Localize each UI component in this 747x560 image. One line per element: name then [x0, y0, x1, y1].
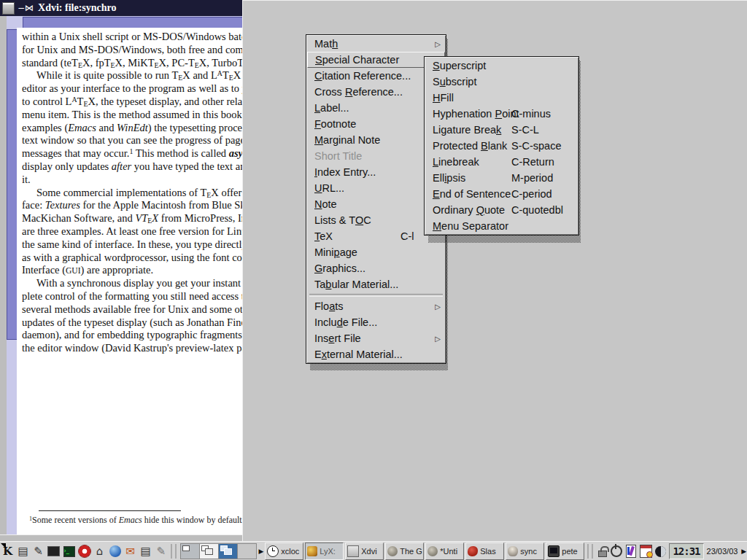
task-synchro[interactable]: sync — [506, 542, 544, 560]
xdvi-text-line: messages that may occur.1 This method is… — [22, 147, 242, 160]
footnote-rule — [39, 510, 181, 511]
logout-power-icon[interactable] — [611, 544, 622, 559]
window-list-icon[interactable]: ▤ — [16, 543, 30, 559]
ic-gnu — [427, 546, 438, 556]
editor-pen-icon[interactable]: ✎ — [154, 543, 168, 559]
xdvi-text-line: While it is quite possible to run TEX an… — [22, 69, 242, 82]
xdvi-text-line: face: Textures for the Apple Macintosh f… — [22, 199, 242, 212]
terminal-icon[interactable]: ›_ — [62, 543, 76, 559]
moon-phase-icon[interactable] — [655, 544, 667, 559]
xdvi-text-line: for Unix and MS-DOS/Windows, both free a… — [22, 44, 242, 57]
xdvi-text-line: as with a graphical wordprocessor, using… — [22, 252, 242, 265]
task-lyx[interactable]: LyX: — [305, 542, 344, 560]
pager-desktop-3[interactable] — [219, 544, 238, 559]
special-char-item-end-of-sentence[interactable]: End of SentenceC-period — [425, 186, 578, 202]
xdvi-text-line: editor as your interface to the program … — [22, 82, 242, 96]
pager-desktop-2[interactable] — [200, 544, 219, 559]
special-char-item-superscript[interactable]: Superscript — [425, 58, 578, 74]
panel-grip[interactable] — [171, 544, 176, 559]
insert-menu-item-floats[interactable]: Floats▷ — [307, 298, 445, 314]
special-char-item-menu-separator[interactable]: Menu Separator — [425, 218, 578, 234]
ic-konsole — [548, 545, 560, 557]
task-xdvi[interactable]: Xdvi — [345, 542, 384, 560]
footnote-text: 1Some recent versions of Emacs hide this… — [22, 515, 242, 526]
ic-xdvi — [347, 545, 359, 557]
xdvi-window-title: Xdvi: file:synchro — [38, 2, 116, 14]
ic-gnu — [387, 546, 398, 556]
mail-icon[interactable]: ✉ — [123, 543, 137, 559]
xdvi-text-line: MacKichan Software, and VTEX from MicroP… — [22, 212, 242, 225]
insert-menu-item-math[interactable]: Math▷ — [307, 36, 445, 52]
xdvi-vscroll-thumb[interactable] — [7, 29, 18, 340]
klipper-icon[interactable] — [625, 544, 637, 559]
clock-applet[interactable]: 12:31 — [669, 543, 703, 559]
xdvi-window: −⋈ Xdvi: file:synchro within a Unix shel… — [0, 0, 242, 541]
panel-grip[interactable] — [587, 544, 592, 559]
special-char-item-linebreak[interactable]: LinebreakC-Return — [425, 154, 578, 170]
special-char-item-hfill[interactable]: HFill — [425, 90, 578, 106]
help-icon[interactable] — [77, 543, 91, 559]
desktop-icon[interactable] — [47, 543, 61, 559]
xdvi-pin-icon[interactable]: −⋈ — [18, 3, 34, 13]
home-icon[interactable]: ⌂ — [93, 543, 107, 559]
task-the-g[interactable]: The G — [385, 542, 424, 560]
special-char-item-protected-blank[interactable]: Protected BlankS-C-space — [425, 138, 578, 154]
knotes-icon[interactable]: ✎ — [31, 543, 45, 559]
xdvi-titlebar[interactable]: −⋈ Xdvi: file:synchro — [0, 0, 242, 17]
submenu-arrow-icon: ▷ — [435, 40, 441, 48]
insert-menu-item-include-file[interactable]: Include File... — [307, 314, 445, 330]
lock-icon[interactable] — [597, 544, 608, 559]
xdvi-text-line: With a synchronous display you get your … — [22, 277, 242, 290]
xdvi-text-line: within a Unix shell script or MS-DOS/Win… — [22, 31, 242, 44]
shortcut-label: C-l — [400, 230, 414, 242]
shortcut-label: C-Return — [511, 156, 554, 168]
insert-menu-item-external-material[interactable]: External Material... — [307, 346, 445, 362]
xdvi-text-line: menu item. This is the method assumed in… — [22, 109, 242, 122]
xdvi-text-line: daemon), and for embedding typographic f… — [22, 329, 242, 342]
xdvi-horizontal-scrollbar[interactable] — [7, 16, 242, 28]
desktop: −⋈ Xdvi: file:synchro within a Unix shel… — [0, 0, 747, 560]
xdvi-text-line: standard (teTEX, fpTEX, MiKTEX, PC-TEX, … — [22, 57, 242, 70]
task-label: Xdvi — [361, 547, 376, 556]
k-menu-button[interactable]: K — [1, 543, 15, 559]
insert-menu-item-graphics[interactable]: Graphics... — [307, 260, 445, 276]
task-konsole[interactable]: pete — [546, 542, 584, 560]
taskbar: K ▤ ✎ ›_ ⌂ ✉ ▤ ✎ ▶ xclocLyX:XdviThe G*Un… — [0, 541, 747, 560]
documents-icon[interactable]: ▤ — [139, 543, 152, 559]
clock-date[interactable]: 23/03/03 — [704, 547, 741, 556]
special-char-item-subscript[interactable]: Subscript — [425, 74, 578, 90]
xdvi-hscroll-thumb[interactable] — [23, 17, 243, 28]
panel-hide-arrow[interactable]: ▶ — [740, 543, 747, 559]
task-label: xcloc — [281, 547, 299, 556]
task-xclock[interactable]: xcloc — [265, 542, 303, 560]
submenu-arrow-icon: ▷ — [435, 335, 441, 343]
ic-xclock — [267, 545, 279, 557]
xdvi-text-line: examples (Emacs and WinEdt) the typesett… — [22, 122, 242, 135]
ic-lyx — [307, 546, 317, 556]
shortcut-label: C-quotedbl — [511, 204, 563, 216]
special-char-item-ellipsis[interactable]: EllipsisM-period — [425, 170, 578, 186]
task-untitled[interactable]: *Unti — [425, 542, 464, 560]
insert-menu-item-minipage[interactable]: Minipage — [307, 244, 445, 260]
task-label: sync — [520, 547, 537, 556]
special-char-item-hyphenation-point[interactable]: Hyphenation PointC-minus — [425, 106, 578, 122]
xdvi-vertical-scrollbar[interactable] — [7, 28, 18, 534]
pager-desktop-1[interactable] — [181, 544, 200, 559]
xdvi-text-line: Interface (GUI) are appropriate. — [22, 264, 242, 277]
browser-globe-icon[interactable] — [108, 543, 122, 559]
desktop-pager — [180, 543, 257, 559]
insert-menu-item-insert-file[interactable]: Insert File▷ — [307, 330, 445, 346]
task-slashdot[interactable]: Slas — [465, 542, 504, 560]
xdvi-text-line: it. — [22, 174, 242, 187]
special-char-item-ordinary-quote[interactable]: Ordinary QuoteC-quotedbl — [425, 202, 578, 218]
special-character-submenu: SuperscriptSubscriptHFillHyphenation Poi… — [424, 56, 579, 236]
pager-expand-arrow[interactable]: ▶ — [258, 543, 265, 559]
pager-desktop-4[interactable] — [238, 544, 256, 559]
menu-separator — [309, 294, 443, 297]
special-char-item-ligature-break[interactable]: Ligature BreakS-C-L — [425, 122, 578, 138]
shortcut-label: S-C-space — [511, 140, 562, 152]
xdvi-page-preview: within a Unix shell script or MS-DOS/Win… — [17, 28, 242, 534]
organizer-icon[interactable] — [640, 544, 652, 559]
insert-menu-item-tabular-material[interactable]: Tabular Material... — [307, 276, 445, 292]
xdvi-text-line: the editor window (David Kastrup's previ… — [22, 342, 242, 355]
